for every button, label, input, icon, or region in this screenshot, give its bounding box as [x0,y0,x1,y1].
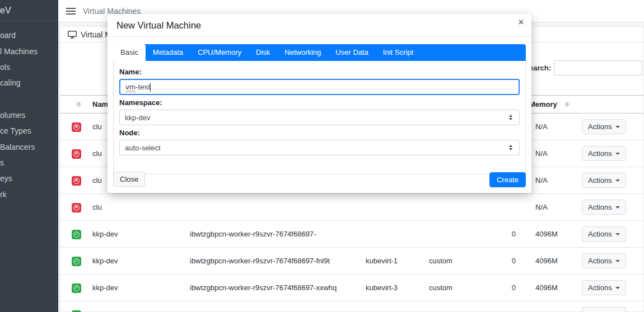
sort-icon [76,101,81,107]
cell-name: ibwtzgbpcn-worker-r9szvr-7674f68697-fnl9… [185,248,361,275]
sort-icon [564,101,570,107]
status-badge: ✓ [72,230,81,239]
cell-type [424,194,502,221]
app-logo[interactable]: eV [0,0,58,21]
sidebar-nav: oardl Machinesolscalingolumesce TypesBal… [0,21,58,202]
cell-name: ibwtzgbpcn-worker-r9szvr-7674f68697-xxwh… [185,275,361,301]
modal-body: BasicMetadataCPU/MemoryDiskNetworkingUse… [108,37,531,174]
tab-basic[interactable]: Basic [113,44,146,61]
text-caret [150,83,151,92]
actions-button[interactable]: Actions [582,119,626,134]
cell-node: kubevirt-1 [361,301,424,312]
sidebar-item[interactable]: caling [0,75,58,91]
hamburger-menu-icon[interactable] [66,6,76,16]
cell-memory: 4096M [520,275,576,301]
name-label: Name: [119,68,520,76]
caret-down-icon [615,179,620,182]
sidebar-item[interactable]: s [0,155,58,171]
circle-x-icon: ✕ [73,205,80,211]
circle-check-icon: ✓ [73,258,80,264]
status-badge: ✕ [72,203,81,212]
caret-down-icon [615,206,620,209]
tab-metadata[interactable]: Metadata [146,44,190,61]
sidebar-item[interactable]: oard [0,27,58,43]
table-row: ✓ kkp-dev ibwtzgbpcn-worker-r9szvr-7674f… [60,248,643,275]
tab-cpu-memory[interactable]: CPU/Memory [190,44,249,61]
cell-node: kubevirt-1 [361,248,424,275]
sidebar-item[interactable]: l Machines [0,43,58,59]
table-search: Search: [524,60,642,75]
table-row: ✓ kkp-offline-vpc bastion-vm kubevirt-1 … [60,301,643,312]
close-button[interactable]: Close [113,172,145,187]
create-button[interactable]: Create [489,172,526,187]
monitor-icon [68,31,77,39]
namespace-select[interactable]: kkp-dev [119,110,520,125]
cell-cpus: 0 [502,275,520,301]
tab-disk[interactable]: Disk [249,44,277,61]
tab-init-script[interactable]: Init Script [376,44,421,61]
circle-check-icon: ✓ [73,285,80,291]
sidebar-item[interactable]: ce Types [0,123,58,139]
actions-button[interactable]: Actions [582,307,626,312]
actions-button[interactable]: Actions [582,173,626,188]
cell-cpus: 0 [502,248,520,275]
circle-check-icon: ✓ [73,231,80,238]
cell-name: bastion-vm [185,301,361,312]
status-badge: ✕ [72,176,81,186]
sidebar-item[interactable]: Balancers [0,139,58,154]
modal-title: New Virtual Machine [116,20,201,31]
sidebar-item[interactable]: rk [0,187,58,202]
name-value-rest: -test [136,83,150,91]
actions-button[interactable]: Actions [582,280,626,295]
cell-namespace: kkp-dev [88,221,185,248]
caret-down-icon [615,260,620,262]
cell-node: kubevirt-3 [361,275,424,301]
caret-down-icon [615,287,620,289]
node-select[interactable]: auto-select [119,140,520,155]
actions-button[interactable]: Actions [582,146,626,161]
circle-x-icon: ✕ [73,124,80,130]
tab-networking[interactable]: Networking [277,44,328,61]
caret-down-icon [615,126,620,128]
select-arrows-icon [509,115,512,120]
sidebar: eV oardl Machinesolscalingolumesce Types… [0,0,58,312]
cell-type: custom [424,301,502,312]
actions-button[interactable]: Actions [582,226,626,242]
table-row: ✓ kkp-dev ibwtzgbpcn-worker-r9szvr-7674f… [60,275,643,301]
select-arrows-icon [509,145,512,150]
cell-cpus: 0 [502,301,520,312]
node-label: Node: [119,129,520,137]
cell-namespace: kkp-offline-vpc [88,301,185,312]
status-badge: ✓ [72,283,81,293]
status-badge: ✕ [72,149,81,159]
cell-memory: 4096M [520,221,576,248]
basic-tab-pane: Name: vm-test Namespace: kkp-dev Node: a… [113,61,526,174]
actions-button[interactable]: Actions [582,200,626,215]
close-icon[interactable]: × [519,18,524,27]
actions-button[interactable]: Actions [582,253,626,268]
sidebar-item[interactable]: ols [0,59,58,75]
modal-tabs: BasicMetadataCPU/MemoryDiskNetworkingUse… [113,44,526,61]
cell-type: custom [424,248,502,275]
cell-memory: 4096M [520,248,576,275]
column-header-actions [576,96,643,114]
vm-name-input[interactable]: vm-test [119,79,520,95]
sidebar-item[interactable]: eys [0,171,58,186]
status-badge: ✓ [72,257,81,266]
cell-cpus [502,194,520,221]
cell-namespace: kkp-dev [88,275,185,301]
search-input[interactable] [554,60,642,75]
table-row: ✕ clu N/A Actions [60,194,643,221]
column-header-status[interactable] [60,96,88,114]
tab-user-data[interactable]: User Data [328,44,376,61]
cell-namespace: clu [88,194,185,221]
status-badge: ✓ [72,310,81,312]
cell-node [361,221,424,248]
caret-down-icon [615,153,620,155]
table-row: ✓ kkp-dev ibwtzgbpcn-worker-r9szvr-7674f… [60,221,643,248]
cell-memory: N/A [520,194,576,221]
cell-name [185,194,361,221]
cell-node [361,194,424,221]
cell-memory: N/A [520,301,576,312]
sidebar-item[interactable]: olumes [0,107,58,123]
